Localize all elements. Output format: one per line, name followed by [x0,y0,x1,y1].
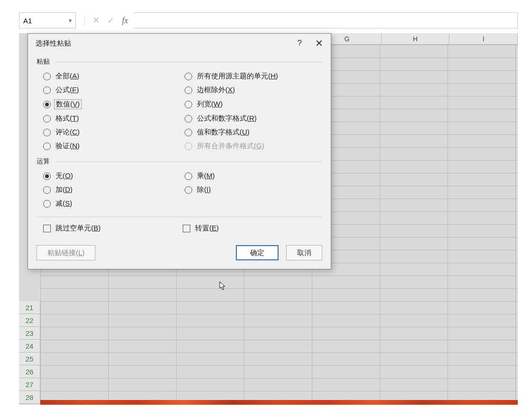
radio-label: 列宽(W) [197,100,223,109]
radio-icon [43,115,51,123]
dialog-buttons: 粘贴链接(L) 确定 取消 [37,245,322,260]
dialog-title-text: 选择性粘贴 [36,39,71,48]
radio-icon [43,200,51,208]
row-header[interactable]: 26 [19,365,40,378]
radio-label: 全部(A) [56,72,79,81]
radio-validation[interactable]: 验证(N) [43,142,181,151]
radio-label: 值和数字格式(U) [197,128,250,137]
radio-label: 评论(C) [56,128,80,137]
column-header[interactable]: I [449,33,518,45]
radio-label: 公式(F) [56,86,79,95]
radio-icon [185,101,192,108]
row-header[interactable]: 28 [19,391,40,404]
name-box[interactable]: A1 ▼ [19,12,76,29]
cancel-icon[interactable]: ✕ [93,15,100,26]
radio-icon [185,86,192,94]
checkbox-icon [43,225,51,232]
operation-options: 无(O) 乘(M) 加(D) 除(I) 减(S) [37,168,322,212]
radio-label: 边框除外(X) [197,86,235,95]
radio-add[interactable]: 加(D) [43,185,181,194]
radio-formulas[interactable]: 公式(F) [43,86,181,95]
fx-icon[interactable]: fx [122,16,128,26]
radio-label: 所有使用源主题的单元(H) [197,72,278,81]
radio-column-widths[interactable]: 列宽(W) [185,99,322,109]
radio-values[interactable]: 数值(V) [43,99,181,109]
help-icon[interactable]: ? [298,38,302,48]
radio-icon [185,129,192,136]
radio-icon [43,186,51,194]
radio-icon [185,73,192,80]
close-icon[interactable]: ✕ [315,38,323,48]
radio-icon [185,172,192,180]
radio-subtract[interactable]: 减(S) [43,199,181,208]
radio-icon [43,143,51,150]
radio-multiply[interactable]: 乘(M) [185,171,322,181]
separator [84,15,85,26]
column-header[interactable]: H [382,33,450,45]
radio-label: 格式(T) [56,114,79,123]
paste-special-dialog: 选择性粘贴 ? ✕ 粘贴 全部(A) 所有使用源主题的单元(H) 公式(F) 边… [28,33,331,269]
radio-formats[interactable]: 格式(T) [43,114,181,123]
radio-icon [43,73,51,80]
checkbox-icon [183,225,190,232]
group-operation-label: 运算 [37,157,322,166]
cancel-button[interactable]: 取消 [286,245,322,260]
row-header[interactable]: 27 [19,378,40,391]
bottom-colored-bar [40,400,518,405]
radio-no-borders[interactable]: 边框除外(X) [185,86,322,95]
formula-controls: ✕ ✓ fx [84,15,128,26]
paste-link-button[interactable]: 粘贴链接(L) [37,245,95,260]
radio-icon [43,86,51,94]
dialog-titlebar[interactable]: 选择性粘贴 ? ✕ [28,34,331,53]
ok-button[interactable]: 确定 [236,245,279,260]
formula-bar: A1 ▼ ✕ ✓ fx [19,12,518,29]
radio-values-numfmt[interactable]: 值和数字格式(U) [185,128,322,137]
radio-merge-cond-fmt: 所有合并条件格式(G) [185,142,322,151]
radio-label: 所有合并条件格式(G) [197,142,264,151]
radio-none[interactable]: 无(O) [43,171,181,181]
name-box-value: A1 [23,17,32,25]
confirm-icon[interactable]: ✓ [107,15,114,26]
radio-label: 验证(N) [56,142,80,151]
checkbox-skip-blanks[interactable]: 跳过空单元(B) [43,224,183,233]
radio-icon [43,129,51,136]
checkbox-label: 跳过空单元(B) [56,224,101,233]
radio-label: 除(I) [197,185,211,194]
radio-label: 乘(M) [197,171,215,181]
separator [37,217,322,217]
paste-options: 全部(A) 所有使用源主题的单元(H) 公式(F) 边框除外(X) 数值(V) … [37,68,322,154]
radio-label: 数值(V) [54,99,82,109]
row-header[interactable]: 23 [19,327,40,340]
radio-all[interactable]: 全部(A) [43,72,181,81]
row-header[interactable]: 25 [19,352,40,365]
row-header[interactable]: 21 [19,301,40,314]
checkbox-row: 跳过空单元(B) 转置(E) [37,222,322,235]
radio-label: 减(S) [56,199,72,208]
group-paste-label: 粘贴 [37,57,322,66]
row-header[interactable]: 24 [19,340,40,352]
radio-label: 公式和数字格式(R) [197,114,257,123]
dropdown-icon[interactable]: ▼ [68,18,73,23]
checkbox-label: 转置(E) [195,224,219,233]
radio-icon [43,172,51,180]
checkbox-transpose[interactable]: 转置(E) [183,224,322,233]
formula-input[interactable] [134,12,518,29]
radio-label: 加(D) [56,185,73,194]
radio-icon [185,115,192,123]
radio-formulas-numfmt[interactable]: 公式和数字格式(R) [185,114,322,123]
radio-source-theme[interactable]: 所有使用源主题的单元(H) [185,72,322,81]
radio-icon [43,101,51,108]
radio-label: 无(O) [56,171,73,181]
radio-icon [185,143,192,150]
row-header[interactable]: 22 [19,314,40,327]
radio-divide[interactable]: 除(I) [185,185,322,194]
radio-icon [185,186,192,194]
radio-comments[interactable]: 评论(C) [43,128,181,137]
